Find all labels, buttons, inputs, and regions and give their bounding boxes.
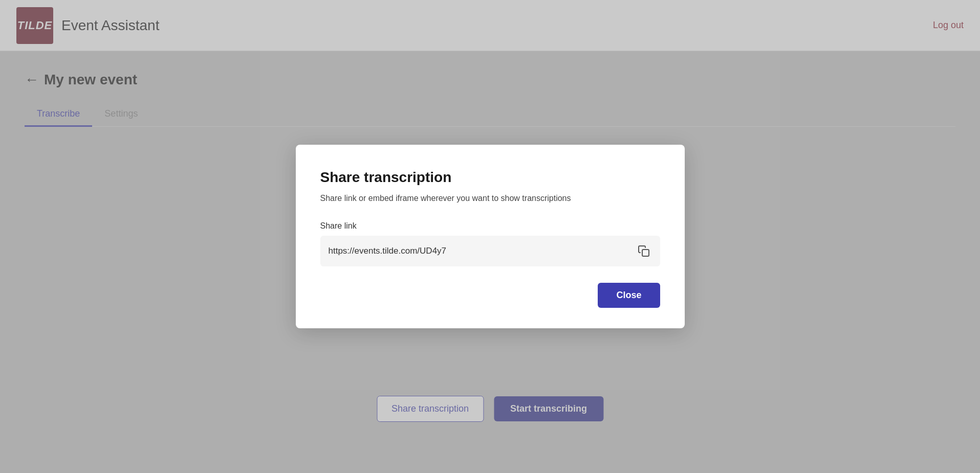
modal-overlay: Share transcription Share link or embed …: [0, 0, 980, 473]
modal-description: Share link or embed iframe wherever you …: [320, 194, 660, 203]
share-link-label: Share link: [320, 221, 660, 231]
share-link-input[interactable]: [329, 246, 636, 256]
modal-title: Share transcription: [320, 169, 660, 186]
modal-close-button[interactable]: Close: [598, 283, 660, 308]
svg-rect-0: [642, 250, 649, 256]
copy-icon[interactable]: [636, 243, 652, 259]
share-modal: Share transcription Share link or embed …: [296, 145, 685, 328]
modal-footer: Close: [320, 283, 660, 308]
share-link-box: [320, 236, 660, 266]
